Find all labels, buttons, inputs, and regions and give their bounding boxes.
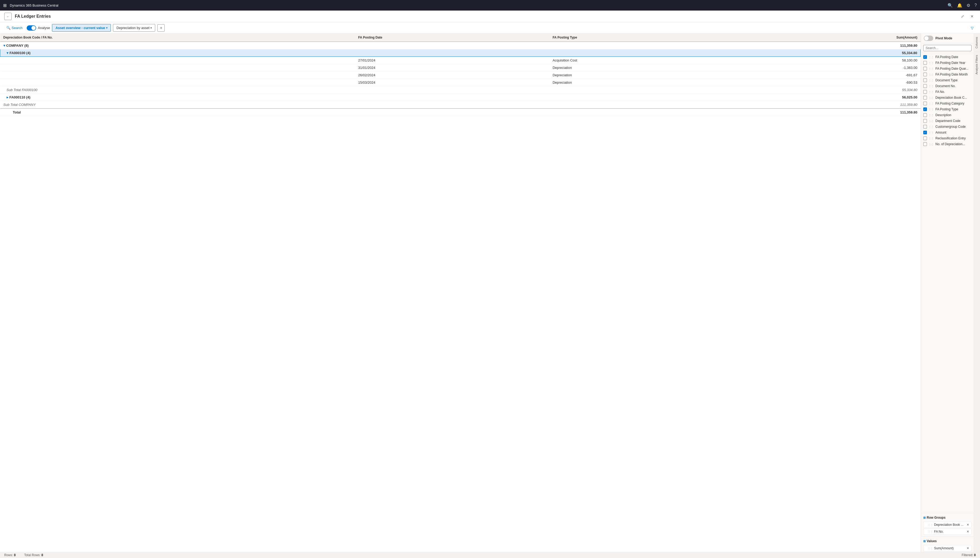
column-list-item[interactable]: ⋮⋮FA No. [921,89,973,95]
column-checkbox[interactable] [923,125,927,128]
column-checkbox[interactable] [923,113,927,117]
column-checkbox[interactable] [923,79,927,82]
column-checkbox[interactable] [923,102,927,105]
table-row[interactable]: 31/01/2024Depreciation-1,383.00 [0,64,921,72]
pivot-mode-toggle[interactable] [924,36,933,41]
grid-icon[interactable]: ⊞ [3,3,7,8]
column-checkbox[interactable] [923,67,927,71]
column-search-input[interactable] [923,45,972,51]
cell-amount: 111,359.80 [747,101,921,109]
remove-row-group-button[interactable]: ✕ [967,530,969,533]
help-icon[interactable]: ? [975,3,977,8]
drag-handle-icon[interactable]: ⋮⋮ [929,67,934,70]
row-group-drag-handle[interactable]: ⋮⋮ [928,524,933,526]
expand-row-icon[interactable]: ▾ [7,51,8,55]
drag-handle-icon[interactable]: ⋮⋮ [929,143,934,146]
table-row[interactable]: ▸FA000110 (4)56,025.00 [0,94,921,101]
column-list-item[interactable]: ⋮⋮FA Posting Date Year [921,60,973,66]
column-list-item[interactable]: ⋮⋮Depreciation Book C... [921,95,973,100]
expand-row-icon[interactable]: ▾ [3,44,5,48]
column-label: Amount [936,131,946,135]
drag-handle-icon[interactable]: ⋮⋮ [929,108,934,111]
drag-handle-icon[interactable]: ⋮⋮ [929,73,934,76]
column-checkbox[interactable] [923,84,927,88]
drag-handle-icon[interactable]: ⋮⋮ [929,61,934,64]
column-list-item[interactable]: ⋮⋮Department Code [921,118,973,124]
column-list-item[interactable]: ✓⋮⋮FA Posting Date [921,54,973,60]
gear-icon[interactable]: ⚙ [967,3,970,8]
table-row[interactable]: 15/03/2024Depreciation-690.53 [0,79,921,86]
table-row[interactable]: Total111,359.80 [0,108,921,116]
page: ← FA Ledger Entries ⤢ ✕ 🔍 Search Analyse… [0,11,980,558]
column-list-item[interactable]: ⋮⋮Customergroup Code [921,124,973,130]
drag-handle-icon[interactable]: ⋮⋮ [929,56,934,59]
column-checkbox[interactable] [923,90,927,94]
column-checkbox[interactable]: ✓ [923,131,927,135]
table-row[interactable]: 26/02/2024Depreciation-691.67 [0,72,921,79]
values-section[interactable]: ⊞ Values [921,538,973,545]
remove-value-button[interactable]: ✕ [967,547,969,550]
expand-row-icon[interactable]: ▸ [7,95,8,99]
search-topbar-icon[interactable]: 🔍 [947,3,953,8]
bell-icon[interactable]: 🔔 [957,3,962,8]
drag-handle-icon[interactable]: ⋮⋮ [929,90,934,94]
drag-handle-icon[interactable]: ⋮⋮ [929,79,934,82]
back-button[interactable]: ← [4,13,11,20]
columns-side-tab[interactable]: Columns [974,33,980,51]
analyse-toggle[interactable] [27,25,36,31]
toolbar: 🔍 Search Analyse Asset overview - curren… [0,23,980,33]
column-list-item[interactable]: ⋮⋮Description [921,112,973,118]
column-checkbox[interactable] [923,142,927,146]
column-checkbox[interactable] [923,119,927,123]
table-row[interactable]: Sub Total FA00010055,334.80 [0,86,921,94]
drag-handle-icon[interactable]: ⋮⋮ [929,96,934,99]
drag-handle-icon[interactable]: ⋮⋮ [929,137,934,140]
column-checkbox[interactable]: ✓ [923,107,927,111]
cell-col3 [549,108,747,116]
column-list-item[interactable]: ✓⋮⋮FA Posting Type [921,107,973,112]
close-button[interactable]: ✕ [969,13,976,20]
column-list-item[interactable]: ⋮⋮Document No. [921,83,973,89]
row-group-drag-handle[interactable]: ⋮⋮ [928,530,933,533]
value-drag-handle[interactable]: ⋮⋮ [928,547,933,550]
expand-button[interactable]: ⤢ [959,13,966,20]
col-header-1: FA Posting Date [355,33,549,42]
column-checkbox[interactable] [923,61,927,65]
column-list-item[interactable]: ⋮⋮FA Posting Date Month [921,72,973,77]
column-checkbox[interactable] [923,96,927,100]
row-groups-section[interactable]: ⊞ Row Groups [921,514,973,521]
cell-col1: Sub Total COMPANY [0,101,355,109]
column-checkbox[interactable] [923,72,927,76]
drag-handle-icon[interactable]: ⋮⋮ [929,120,934,123]
drag-handle-icon[interactable]: ⋮⋮ [929,131,934,134]
column-label: No. of Depreciation... [936,142,965,146]
column-list-item[interactable]: ⋮⋮Document Type [921,77,973,83]
add-tab-button[interactable]: + [157,24,165,32]
table-row[interactable]: ▾FA000100 (4)55,334.80 [0,49,921,57]
table-row[interactable]: ▾COMPANY (8)111,359.80 [0,42,921,49]
tab-asset-overview[interactable]: Asset overview - current value ▾ [52,24,111,32]
tab-chevron-icon: ▾ [106,26,107,29]
column-list-item[interactable]: ⋮⋮FA Posting Category [921,100,973,107]
values-label: Values [927,539,937,543]
drag-handle-icon[interactable]: ⋮⋮ [929,85,934,88]
table-row[interactable]: 27/01/2024Acquisition Cost58,100.00 [0,57,921,64]
search-button[interactable]: 🔍 Search [4,25,25,31]
analysis-filters-side-tab[interactable]: Analysis Filters [974,51,980,77]
column-checkbox[interactable] [923,136,927,140]
drag-handle-icon[interactable]: ⋮⋮ [929,102,934,105]
cell-col2: 27/01/2024 [355,57,549,64]
column-list-item[interactable]: ⋮⋮Reclassification Entry [921,135,973,141]
cell-amount: -1,383.00 [747,64,921,72]
column-list-item[interactable]: ✓⋮⋮Amount [921,130,973,135]
column-list-item[interactable]: ⋮⋮No. of Depreciation... [921,141,973,147]
filter-button[interactable]: ▽ [969,24,976,32]
tab-depreciation[interactable]: Depreciation by asset ▾ [113,24,155,32]
drag-handle-icon[interactable]: ⋮⋮ [929,114,934,117]
data-table: Depreciation Book Code / FA No. FA Posti… [0,33,921,116]
column-list-item[interactable]: ⋮⋮FA Posting Date Quar... [921,66,973,72]
remove-row-group-button[interactable]: ✕ [967,523,969,527]
column-checkbox[interactable]: ✓ [923,55,927,59]
table-row[interactable]: Sub Total COMPANY111,359.80 [0,101,921,109]
drag-handle-icon[interactable]: ⋮⋮ [929,125,934,128]
